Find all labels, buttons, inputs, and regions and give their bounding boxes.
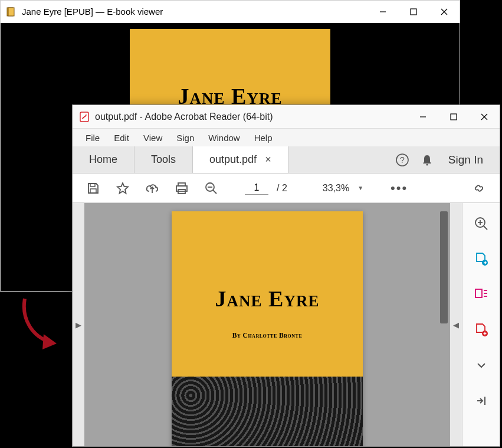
left-panel-toggle[interactable]: ▶ — [73, 203, 84, 446]
scrollbar[interactable] — [440, 211, 448, 323]
ebook-window-controls — [368, 1, 460, 23]
svg-rect-14 — [90, 184, 95, 187]
acrobat-titlebar: output.pdf - Adobe Acrobat Reader (64-bi… — [73, 105, 500, 129]
bell-icon[interactable] — [419, 152, 435, 168]
maximize-button[interactable] — [398, 1, 429, 23]
ebook-titlebar: Jane Eyre [EPUB] — E-book viewer — [1, 1, 460, 23]
tabbar-right: ? Sign In — [394, 146, 500, 173]
right-panel-toggle[interactable]: ◀ — [450, 203, 462, 446]
tab-close-icon[interactable]: × — [265, 153, 271, 166]
zoom-out-icon[interactable] — [199, 176, 224, 201]
close-button[interactable] — [429, 1, 460, 23]
acrobat-window-title: output.pdf - Adobe Acrobat Reader (64-bi… — [95, 112, 408, 122]
help-icon[interactable]: ? — [394, 152, 411, 168]
svg-rect-15 — [90, 189, 96, 193]
menu-file[interactable]: File — [80, 130, 106, 145]
star-icon[interactable] — [110, 176, 135, 201]
tab-tools[interactable]: Tools — [134, 146, 193, 173]
save-icon[interactable] — [81, 176, 106, 201]
menu-help[interactable]: Help — [248, 130, 278, 145]
document-view[interactable]: Jane Eyre By Charlotte Bronte — [84, 203, 450, 446]
tab-tools-label: Tools — [151, 153, 176, 166]
sign-in-button[interactable]: Sign In — [444, 153, 488, 166]
svg-rect-1 — [8, 8, 14, 16]
tab-home-label: Home — [89, 153, 117, 166]
svg-point-13 — [426, 163, 428, 165]
maximize-button[interactable] — [438, 106, 469, 128]
zoom-in-icon[interactable] — [473, 215, 490, 233]
menu-view[interactable]: View — [137, 130, 168, 145]
pdf-cover-top: Jane Eyre By Charlotte Bronte — [172, 211, 363, 377]
share-link-icon[interactable] — [467, 176, 491, 201]
svg-rect-8 — [451, 114, 457, 120]
menu-window[interactable]: Window — [202, 130, 245, 145]
tab-home[interactable]: Home — [73, 146, 134, 173]
zoom-dropdown[interactable]: 33,3%▼ — [318, 183, 368, 194]
create-pdf-icon[interactable] — [473, 321, 490, 339]
more-icon[interactable]: ••• — [386, 181, 412, 196]
menu-sign[interactable]: Sign — [170, 130, 200, 145]
tools-sidebar — [462, 203, 500, 446]
pdf-cover-image — [172, 377, 363, 446]
cloud-upload-icon[interactable] — [140, 176, 165, 201]
pdf-icon — [78, 111, 90, 123]
tab-document-label: output.pdf — [209, 153, 257, 166]
ebook-window-title: Jane Eyre [EPUB] — E-book viewer — [22, 6, 368, 17]
pdf-title: Jane Eyre — [215, 286, 320, 312]
chevron-down-icon[interactable] — [473, 357, 490, 374]
svg-rect-27 — [475, 289, 482, 297]
close-button[interactable] — [469, 106, 500, 128]
tab-document[interactable]: output.pdf × — [193, 146, 288, 173]
annotation-arrow — [14, 295, 67, 354]
tabbar: Home Tools output.pdf × ? Sign In — [73, 146, 500, 174]
export-pdf-icon[interactable] — [473, 250, 490, 268]
acrobat-window-controls — [408, 106, 500, 128]
page-input[interactable] — [245, 181, 268, 195]
pdf-page: Jane Eyre By Charlotte Bronte — [172, 211, 363, 446]
minimize-button[interactable] — [408, 106, 438, 128]
minimize-button[interactable] — [368, 1, 398, 23]
organize-pages-icon[interactable] — [473, 286, 490, 303]
book-icon — [5, 6, 17, 18]
zoom-value: 33,3% — [323, 183, 349, 194]
collapse-panel-icon[interactable] — [473, 392, 490, 410]
svg-rect-3 — [411, 9, 416, 15]
document-area: ▶ Jane Eyre By Charlotte Bronte ◀ — [73, 203, 500, 446]
svg-line-23 — [484, 226, 487, 230]
page-total: / 2 — [273, 183, 291, 194]
toolbar: / 2 33,3%▼ ••• — [73, 174, 500, 203]
acrobat-window: output.pdf - Adobe Acrobat Reader (64-bi… — [72, 104, 500, 447]
menubar: File Edit View Sign Window Help — [73, 129, 500, 146]
svg-text:?: ? — [400, 155, 405, 165]
print-icon[interactable] — [169, 176, 194, 201]
pdf-author: By Charlotte Bronte — [232, 332, 302, 339]
svg-line-20 — [213, 190, 216, 194]
menu-edit[interactable]: Edit — [108, 130, 135, 145]
chevron-down-icon: ▼ — [357, 185, 363, 191]
